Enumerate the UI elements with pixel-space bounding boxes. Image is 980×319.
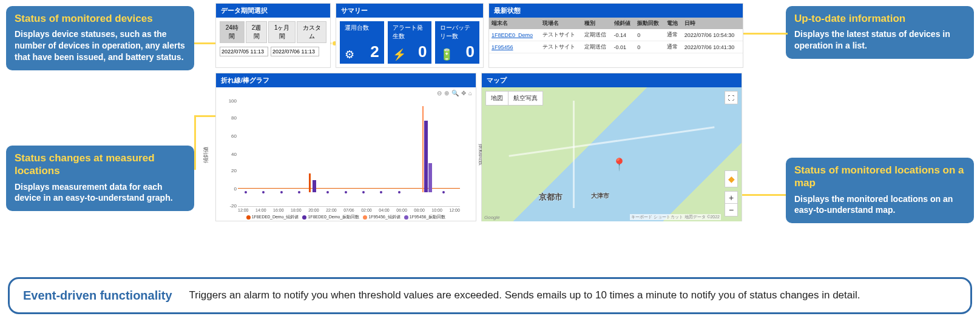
table-row: 1F8EDE0_Demo テストサイト 定期送信 -0.14 0 通常 2022… — [489, 29, 743, 41]
latest-panel: 最新状態 端末名 現場名 種別 傾斜値 振動回数 電池 日時 1F8EDE0_D… — [488, 3, 743, 68]
period-btn-24h[interactable]: 24時間 — [220, 21, 245, 43]
stat-devices: 運用台数 ⚙ 2 — [340, 21, 384, 64]
connector-line — [194, 115, 196, 170]
zoom-control: + − — [725, 191, 738, 217]
callout-body: Displays the monitored locations on an e… — [794, 193, 965, 217]
date-to-input[interactable] — [271, 47, 319, 56]
panel-title: マップ — [482, 73, 742, 87]
cell: 定期送信 — [582, 29, 612, 41]
stat-label: 運用台数 — [345, 24, 379, 32]
map-label-otsu: 大津市 — [591, 192, 609, 200]
cell: 2022/07/06 10:41:30 — [682, 41, 743, 53]
device-link[interactable]: 1F95456 — [492, 44, 513, 50]
pan-icon[interactable]: ✥ — [461, 90, 466, 96]
map-marker-icon[interactable]: 📍 — [612, 157, 627, 172]
x-axis-ticks: 12:0014:0016:00 18:0020:0022:00 07/0602:… — [238, 208, 460, 212]
cell: 定期送信 — [582, 41, 612, 53]
period-panel: データ期間選択 24時間 2週間 1ヶ月間 カスタム — [215, 3, 331, 68]
gear-icon: ⚙ — [345, 48, 354, 61]
panel-title: 最新状態 — [489, 4, 743, 18]
stat-lowbatt: ローバッテリー数 🔋 0 — [435, 21, 479, 64]
period-btn-2w[interactable]: 2週間 — [246, 21, 268, 43]
zoom-in-button[interactable]: + — [725, 192, 737, 204]
event-title: Event-driven functionality — [23, 289, 172, 303]
dashboard: データ期間選択 24時間 2週間 1ヶ月間 カスタム サマリー 運用台数 — [215, 3, 743, 226]
cell: 通常 — [664, 41, 682, 53]
zoom-in-icon[interactable]: ⊕ — [444, 90, 449, 96]
callout-body: Displays measurement data for each devic… — [15, 181, 186, 204]
map-type-control: 地図 航空写真 — [485, 91, 543, 106]
stat-value: 2 — [370, 42, 379, 61]
stat-value: 0 — [418, 42, 427, 61]
callout-title: Status of monitored locations on a map — [794, 164, 965, 190]
th[interactable]: 傾斜値 — [612, 18, 635, 29]
cell: 2022/07/06 10:54:30 — [682, 29, 743, 41]
chart-legend: 1F8EDE0_Demo_傾斜値 1F8EDE0_Demo_振動回数 1F954… — [220, 214, 472, 220]
cell: テストサイト — [540, 29, 582, 41]
map-panel: マップ 地図 航空写真 ⛶ ◆ + − 📍 京都市 大津市 Google キーボ… — [481, 73, 742, 221]
callout-status-changes: Status changes at measured locations Dis… — [6, 146, 194, 211]
cell: 通常 — [664, 29, 682, 41]
search-icon[interactable]: 🔍 — [451, 90, 459, 96]
summary-panel: サマリー 運用台数 ⚙ 2 アラート発生数 ⚡ 0 — [336, 3, 484, 68]
latest-table: 端末名 現場名 種別 傾斜値 振動回数 電池 日時 1F8EDE0_Demo テ… — [489, 18, 743, 53]
home-icon[interactable]: ⌂ — [468, 90, 472, 96]
cell: 0 — [635, 29, 664, 41]
th[interactable]: 端末名 — [489, 18, 540, 29]
event-body: Triggers an alarm to notify you when thr… — [189, 289, 860, 303]
callout-body: Displays device statuses, such as the nu… — [15, 29, 186, 63]
y-axis-label: 傾斜値 — [202, 146, 210, 163]
map-type-satellite[interactable]: 航空写真 — [509, 92, 542, 105]
th[interactable]: 電池 — [664, 18, 682, 29]
callout-title: Status changes at measured locations — [15, 152, 186, 178]
chart-panel: 折れ線/棒グラフ ⊖ ⊕ 🔍 ✥ ⌂ 傾斜値 振動回数 100 80 60 40… — [215, 73, 476, 221]
pegman-icon[interactable]: ◆ — [725, 170, 738, 187]
chart-toolbar: ⊖ ⊕ 🔍 ✥ ⌂ — [437, 90, 472, 96]
stat-label: ローバッテリー数 — [440, 24, 475, 41]
period-btn-custom[interactable]: カスタム — [297, 21, 326, 43]
callout-title: Up-to-date information — [794, 12, 965, 25]
callout-title: Status of monitored devices — [15, 12, 186, 25]
zoom-out-icon[interactable]: ⊖ — [437, 90, 442, 96]
map-canvas[interactable]: 地図 航空写真 ⛶ ◆ + − 📍 京都市 大津市 Google キーボード シ… — [482, 87, 742, 221]
cell: 0 — [635, 41, 664, 53]
th[interactable]: 種別 — [582, 18, 612, 29]
cell: テストサイト — [540, 41, 582, 53]
bolt-icon: ⚡ — [393, 48, 406, 61]
fullscreen-icon[interactable]: ⛶ — [725, 91, 738, 104]
period-btn-1m[interactable]: 1ヶ月間 — [268, 21, 296, 43]
th[interactable]: 日時 — [682, 18, 743, 29]
callout-device-status: Status of monitored devices Displays dev… — [6, 6, 194, 70]
chart-canvas[interactable]: 100 80 60 40 20 0 -20 — [238, 101, 460, 207]
battery-icon: 🔋 — [440, 48, 453, 61]
map-label-kyoto: 京都市 — [539, 192, 563, 203]
stat-label: アラート発生数 — [393, 24, 427, 41]
device-link[interactable]: 1F8EDE0_Demo — [492, 32, 533, 38]
panel-title: 折れ線/棒グラフ — [216, 73, 476, 87]
stat-value: 0 — [466, 42, 475, 61]
callout-uptodate: Up-to-date information Displays the late… — [786, 6, 974, 59]
th[interactable]: 現場名 — [540, 18, 582, 29]
panel-title: サマリー — [336, 4, 483, 18]
map-type-map[interactable]: 地図 — [486, 92, 509, 105]
th[interactable]: 振動回数 — [635, 18, 664, 29]
table-row: 1F95456 テストサイト 定期送信 -0.01 0 通常 2022/07/0… — [489, 41, 743, 53]
cell: -0.14 — [612, 29, 635, 41]
event-driven-callout: Event-driven functionality Triggers an a… — [8, 277, 972, 314]
callout-body: Displays the latest status of devices in… — [794, 29, 965, 52]
zoom-out-button[interactable]: − — [725, 204, 737, 216]
callout-map-status: Status of monitored locations on a map D… — [786, 158, 974, 223]
cell: -0.01 — [612, 41, 635, 53]
map-attribution: キーボード ショートカット 地図データ ©2022 — [630, 214, 721, 220]
date-from-input[interactable] — [220, 47, 268, 56]
connector-line — [739, 33, 788, 35]
google-logo: Google — [484, 215, 500, 220]
panel-title: データ期間選択 — [216, 4, 330, 18]
stat-alerts: アラート発生数 ⚡ 0 — [388, 21, 432, 64]
